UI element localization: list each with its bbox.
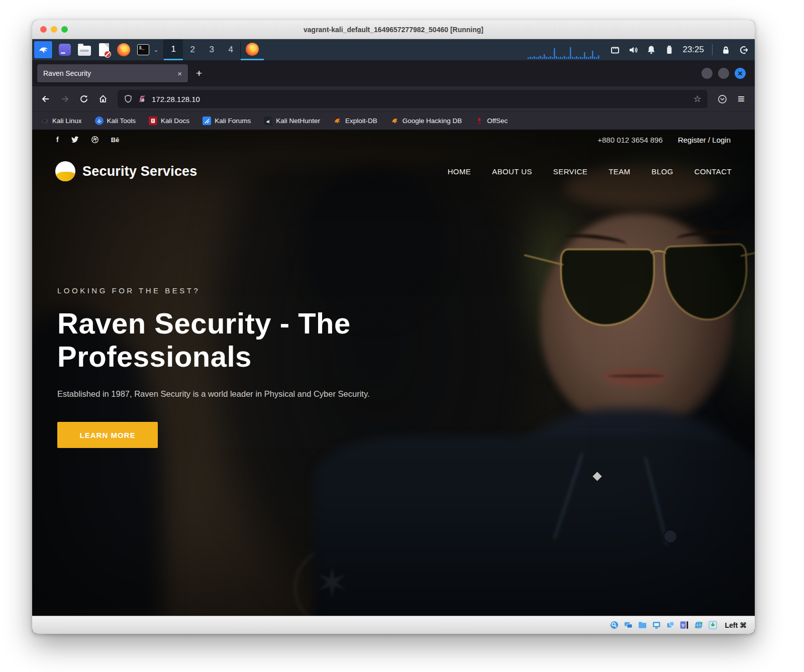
new-tab-button[interactable]: + (196, 67, 202, 79)
offsec-favicon (475, 117, 483, 125)
nav-home[interactable]: HOME (448, 167, 471, 176)
vm-window-title: vagrant-kali_default_1649657277982_50460… (304, 26, 483, 34)
forward-button[interactable] (56, 90, 73, 107)
dribbble-icon[interactable] (91, 136, 99, 144)
panel-clock[interactable]: 23:25 (682, 45, 704, 55)
display-port-icon[interactable] (610, 45, 620, 55)
register-login-link[interactable]: Register / Login (678, 136, 731, 144)
workspace-3[interactable]: 3 (202, 39, 221, 60)
facebook-icon[interactable]: f (56, 136, 59, 144)
pocket-icon[interactable] (714, 90, 731, 107)
tab-title: Raven Security (43, 69, 91, 77)
bookmark-kali-tools[interactable]: Kali Tools (95, 117, 136, 125)
hero-section: LOOKING FOR THE BEST? Raven Security - T… (57, 286, 399, 448)
kali-forums-favicon (203, 117, 211, 125)
lock-screen-icon[interactable] (721, 45, 731, 55)
panel-separator (712, 44, 713, 55)
bookmark-kali-linux[interactable]: Kali Linux (40, 117, 82, 125)
insecure-lock-icon[interactable] (138, 94, 147, 103)
site-header: Security Services HOME ABOUT US SERVICE … (32, 150, 755, 193)
bookmark-exploit-db[interactable]: Exploit-DB (333, 117, 377, 125)
kali-linux-favicon (40, 117, 49, 125)
kali-menu-button[interactable] (34, 41, 52, 58)
nav-service[interactable]: SERVICE (553, 167, 587, 176)
nav-about-us[interactable]: ABOUT US (492, 167, 532, 176)
taskbar-firefox-window[interactable] (241, 39, 264, 60)
nav-contact[interactable]: CONTACT (694, 167, 732, 176)
social-links: f Bē (56, 136, 119, 144)
bookmark-star-icon[interactable]: ☆ (693, 93, 701, 104)
minimize-window-button[interactable] (51, 26, 57, 33)
traffic-lights (40, 20, 68, 39)
vm-titlebar[interactable]: vagrant-kali_default_1649657277982_50460… (32, 20, 755, 39)
firefox-launcher-button[interactable] (117, 43, 130, 57)
site-logo-icon[interactable] (55, 161, 75, 181)
nav-blog[interactable]: BLOG (652, 167, 673, 176)
usb-devices-icon[interactable] (665, 620, 675, 630)
url-bar[interactable]: 172.28.128.10 ☆ (118, 90, 708, 108)
home-button[interactable] (94, 90, 112, 107)
display-icon[interactable] (651, 620, 661, 630)
workspace-4[interactable]: 4 (221, 39, 240, 60)
volume-icon[interactable] (628, 45, 638, 55)
desktop-icon (59, 44, 71, 56)
bookmark-offsec[interactable]: OffSec (475, 117, 508, 125)
phone-number: +880 012 3654 896 (597, 136, 663, 144)
reload-button[interactable] (75, 90, 92, 107)
bookmark-google-hacking-db[interactable]: Google Hacking DB (390, 117, 462, 125)
notifications-bell-icon[interactable] (646, 45, 656, 55)
shared-folders-icon[interactable] (637, 620, 647, 630)
behance-icon[interactable]: Bē (111, 136, 120, 144)
browser-maximize-button[interactable] (718, 68, 729, 79)
workspace-1[interactable]: 1 (164, 39, 183, 60)
bookmark-label: Exploit-DB (345, 117, 377, 125)
folder-icon (78, 46, 91, 56)
mouse-integration-icon[interactable] (708, 620, 718, 630)
bookmark-kali-forums[interactable]: Kali Forums (203, 117, 251, 125)
google-hacking-db-favicon (390, 117, 399, 125)
learn-more-button[interactable]: LEARN MORE (57, 422, 158, 448)
bookmark-kali-nethunter[interactable]: Kali NetHunter (264, 117, 320, 125)
menu-icon[interactable]: ≡ (733, 90, 750, 107)
zoom-window-button[interactable] (61, 26, 68, 33)
terminal-icon: $_ (137, 44, 149, 55)
logout-icon[interactable] (739, 45, 749, 55)
browser-viewport: ✶ f Bē +880 012 3654 896 Register / Logi… (32, 130, 755, 616)
video-capture-icon[interactable]: V (679, 620, 689, 630)
bookmark-label: Google Hacking DB (403, 117, 462, 125)
bookmark-label: Kali Forums (215, 117, 251, 125)
hero-kicker: LOOKING FOR THE BEST? (57, 286, 399, 295)
firefox-icon (246, 43, 259, 56)
tab-close-icon[interactable]: × (177, 70, 182, 77)
main-nav: HOME ABOUT US SERVICE TEAM BLOG CONTACT (448, 167, 732, 176)
network-icon[interactable] (623, 620, 633, 630)
battery-icon[interactable] (664, 45, 674, 55)
twitter-icon[interactable] (71, 136, 79, 143)
tracking-shield-icon[interactable] (124, 94, 133, 103)
show-desktop-button[interactable] (58, 43, 71, 57)
site-brand[interactable]: Security Services (82, 164, 197, 179)
close-window-button[interactable] (40, 26, 47, 33)
back-button[interactable] (37, 90, 54, 107)
firefox-nav-bar: 172.28.128.10 ☆ ≡ (32, 86, 755, 111)
terminal-launcher-button[interactable]: $_ (136, 43, 150, 57)
browser-minimize-button[interactable] (701, 68, 713, 79)
tab-raven-security[interactable]: Raven Security × (37, 64, 188, 82)
bookmark-label: Kali NetHunter (276, 117, 320, 125)
bookmark-label: Kali Linux (52, 117, 82, 125)
browser-close-button[interactable]: ✕ (735, 68, 746, 79)
nav-team[interactable]: TEAM (609, 167, 630, 176)
firefox-tab-bar: Raven Security × + ✕ (32, 60, 755, 86)
bookmark-kali-docs[interactable]: Kali Docs (149, 117, 189, 125)
cpu-graph (527, 46, 602, 59)
hdd-activity-icon[interactable] (609, 620, 619, 630)
features-globe-icon[interactable] (693, 620, 703, 630)
kali-panel: $_ ⌄ 1 2 3 4 (32, 39, 755, 60)
chevron-down-icon[interactable]: ⌄ (154, 47, 158, 53)
workspace-2[interactable]: 2 (183, 39, 202, 60)
kali-dragon-icon (37, 44, 49, 56)
host-key-label: Left ⌘ (725, 621, 747, 629)
url-text[interactable]: 172.28.128.10 (152, 95, 200, 103)
file-manager-button[interactable] (77, 43, 91, 57)
text-editor-button[interactable] (97, 43, 111, 57)
